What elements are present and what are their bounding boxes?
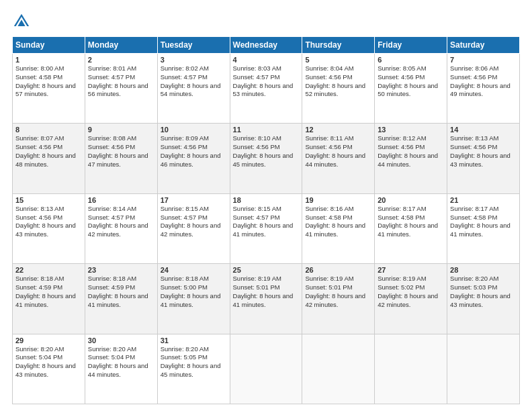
day-number: 30 <box>88 336 154 345</box>
calendar-cell: 11Sunrise: 8:10 AMSunset: 4:56 PMDayligh… <box>230 124 302 193</box>
cell-info: Sunrise: 8:11 AMSunset: 4:56 PMDaylight:… <box>305 134 365 167</box>
cell-info: Sunrise: 8:02 AMSunset: 4:57 PMDaylight:… <box>161 64 221 97</box>
calendar-cell: 1Sunrise: 8:00 AMSunset: 4:58 PMDaylight… <box>13 54 85 124</box>
cell-info: Sunrise: 8:19 AMSunset: 5:01 PMDaylight:… <box>305 275 365 308</box>
day-number: 1 <box>15 56 82 64</box>
calendar-cell: 18Sunrise: 8:15 AMSunset: 4:57 PMDayligh… <box>230 193 302 263</box>
cell-info: Sunrise: 8:05 AMSunset: 4:56 PMDaylight:… <box>378 64 438 97</box>
calendar-cell: 25Sunrise: 8:19 AMSunset: 5:01 PMDayligh… <box>230 264 302 334</box>
cell-info: Sunrise: 8:08 AMSunset: 4:56 PMDaylight:… <box>88 134 148 167</box>
cell-info: Sunrise: 8:15 AMSunset: 4:57 PMDaylight:… <box>161 205 221 238</box>
weekday-header-wednesday: Wednesday <box>230 37 302 54</box>
day-number: 2 <box>88 56 154 64</box>
weekday-header-thursday: Thursday <box>302 37 375 54</box>
calendar-cell <box>230 334 302 404</box>
logo <box>12 12 34 31</box>
calendar-cell: 20Sunrise: 8:17 AMSunset: 4:58 PMDayligh… <box>375 193 447 263</box>
day-number: 17 <box>161 196 227 204</box>
calendar-cell: 26Sunrise: 8:19 AMSunset: 5:01 PMDayligh… <box>302 264 375 334</box>
cell-info: Sunrise: 8:19 AMSunset: 5:02 PMDaylight:… <box>378 275 438 308</box>
calendar-cell: 8Sunrise: 8:07 AMSunset: 4:56 PMDaylight… <box>13 124 85 193</box>
calendar-cell: 21Sunrise: 8:17 AMSunset: 4:58 PMDayligh… <box>447 193 520 263</box>
cell-info: Sunrise: 8:07 AMSunset: 4:56 PMDaylight:… <box>15 134 76 167</box>
day-number: 7 <box>450 56 517 64</box>
calendar-cell: 12Sunrise: 8:11 AMSunset: 4:56 PMDayligh… <box>302 124 375 193</box>
day-number: 28 <box>450 266 517 274</box>
calendar-cell <box>375 334 447 404</box>
cell-info: Sunrise: 8:18 AMSunset: 4:59 PMDaylight:… <box>88 275 148 308</box>
cell-info: Sunrise: 8:16 AMSunset: 4:58 PMDaylight:… <box>305 205 365 238</box>
calendar-cell <box>447 334 520 404</box>
calendar-cell: 30Sunrise: 8:20 AMSunset: 5:04 PMDayligh… <box>85 334 157 404</box>
calendar-cell: 5Sunrise: 8:04 AMSunset: 4:56 PMDaylight… <box>302 54 375 124</box>
calendar-cell: 16Sunrise: 8:14 AMSunset: 4:57 PMDayligh… <box>85 193 157 263</box>
day-number: 20 <box>378 196 444 204</box>
calendar-cell: 6Sunrise: 8:05 AMSunset: 4:56 PMDaylight… <box>375 54 447 124</box>
weekday-header-monday: Monday <box>85 37 157 54</box>
day-number: 18 <box>233 196 300 204</box>
day-number: 22 <box>15 266 82 274</box>
calendar-table: SundayMondayTuesdayWednesdayThursdayFrid… <box>12 36 520 404</box>
cell-info: Sunrise: 8:14 AMSunset: 4:57 PMDaylight:… <box>88 205 148 238</box>
day-number: 8 <box>15 126 82 134</box>
day-number: 11 <box>233 126 300 134</box>
weekday-header-tuesday: Tuesday <box>157 37 230 54</box>
cell-info: Sunrise: 8:13 AMSunset: 4:56 PMDaylight:… <box>450 134 511 167</box>
day-number: 26 <box>305 266 371 274</box>
day-number: 13 <box>378 126 444 134</box>
week-row-3: 15Sunrise: 8:13 AMSunset: 4:56 PMDayligh… <box>13 193 520 263</box>
calendar-cell: 24Sunrise: 8:18 AMSunset: 5:00 PMDayligh… <box>157 264 230 334</box>
cell-info: Sunrise: 8:01 AMSunset: 4:57 PMDaylight:… <box>88 64 148 97</box>
calendar-cell: 17Sunrise: 8:15 AMSunset: 4:57 PMDayligh… <box>157 193 230 263</box>
calendar-cell: 14Sunrise: 8:13 AMSunset: 4:56 PMDayligh… <box>447 124 520 193</box>
weekday-row: SundayMondayTuesdayWednesdayThursdayFrid… <box>13 37 520 54</box>
calendar-cell: 9Sunrise: 8:08 AMSunset: 4:56 PMDaylight… <box>85 124 157 193</box>
cell-info: Sunrise: 8:17 AMSunset: 4:58 PMDaylight:… <box>450 205 511 238</box>
day-number: 5 <box>305 56 371 64</box>
weekday-header-saturday: Saturday <box>447 37 520 54</box>
calendar-cell: 19Sunrise: 8:16 AMSunset: 4:58 PMDayligh… <box>302 193 375 263</box>
week-row-5: 29Sunrise: 8:20 AMSunset: 5:04 PMDayligh… <box>13 334 520 404</box>
day-number: 23 <box>88 266 154 274</box>
cell-info: Sunrise: 8:20 AMSunset: 5:04 PMDaylight:… <box>15 345 76 378</box>
day-number: 29 <box>15 336 82 345</box>
weekday-header-sunday: Sunday <box>13 37 85 54</box>
day-number: 21 <box>450 196 517 204</box>
calendar-cell: 3Sunrise: 8:02 AMSunset: 4:57 PMDaylight… <box>157 54 230 124</box>
calendar-cell: 10Sunrise: 8:09 AMSunset: 4:56 PMDayligh… <box>157 124 230 193</box>
day-number: 6 <box>378 56 444 64</box>
calendar-body: 1Sunrise: 8:00 AMSunset: 4:58 PMDaylight… <box>13 54 520 404</box>
cell-info: Sunrise: 8:12 AMSunset: 4:56 PMDaylight:… <box>378 134 438 167</box>
cell-info: Sunrise: 8:20 AMSunset: 5:05 PMDaylight:… <box>161 345 221 378</box>
day-number: 4 <box>233 56 300 64</box>
day-number: 25 <box>233 266 300 274</box>
day-number: 10 <box>161 126 227 134</box>
day-number: 19 <box>305 196 371 204</box>
calendar-cell: 15Sunrise: 8:13 AMSunset: 4:56 PMDayligh… <box>13 193 85 263</box>
calendar-cell: 22Sunrise: 8:18 AMSunset: 4:59 PMDayligh… <box>13 264 85 334</box>
week-row-1: 1Sunrise: 8:00 AMSunset: 4:58 PMDaylight… <box>13 54 520 124</box>
calendar-cell: 27Sunrise: 8:19 AMSunset: 5:02 PMDayligh… <box>375 264 447 334</box>
cell-info: Sunrise: 8:09 AMSunset: 4:56 PMDaylight:… <box>161 134 221 167</box>
cell-info: Sunrise: 8:18 AMSunset: 4:59 PMDaylight:… <box>15 275 76 308</box>
calendar-cell <box>302 334 375 404</box>
cell-info: Sunrise: 8:04 AMSunset: 4:56 PMDaylight:… <box>305 64 365 97</box>
day-number: 24 <box>161 266 227 274</box>
calendar-cell: 31Sunrise: 8:20 AMSunset: 5:05 PMDayligh… <box>157 334 230 404</box>
calendar-cell: 28Sunrise: 8:20 AMSunset: 5:03 PMDayligh… <box>447 264 520 334</box>
cell-info: Sunrise: 8:03 AMSunset: 4:57 PMDaylight:… <box>233 64 294 97</box>
day-number: 15 <box>15 196 82 204</box>
calendar-cell: 2Sunrise: 8:01 AMSunset: 4:57 PMDaylight… <box>85 54 157 124</box>
cell-info: Sunrise: 8:20 AMSunset: 5:03 PMDaylight:… <box>450 275 511 308</box>
day-number: 27 <box>378 266 444 274</box>
week-row-4: 22Sunrise: 8:18 AMSunset: 4:59 PMDayligh… <box>13 264 520 334</box>
day-number: 16 <box>88 196 154 204</box>
logo-icon <box>12 12 31 31</box>
cell-info: Sunrise: 8:06 AMSunset: 4:56 PMDaylight:… <box>450 64 511 97</box>
calendar-cell: 7Sunrise: 8:06 AMSunset: 4:56 PMDaylight… <box>447 54 520 124</box>
day-number: 12 <box>305 126 371 134</box>
cell-info: Sunrise: 8:00 AMSunset: 4:58 PMDaylight:… <box>15 64 76 97</box>
cell-info: Sunrise: 8:17 AMSunset: 4:58 PMDaylight:… <box>378 205 438 238</box>
cell-info: Sunrise: 8:20 AMSunset: 5:04 PMDaylight:… <box>88 345 148 378</box>
weekday-header-friday: Friday <box>375 37 447 54</box>
